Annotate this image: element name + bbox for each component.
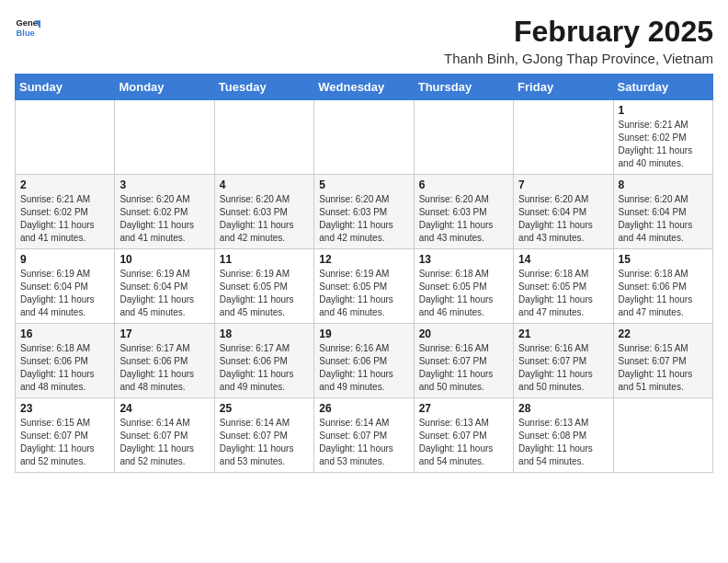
calendar-cell: 11Sunrise: 6:19 AM Sunset: 6:05 PM Dayli… (214, 249, 313, 324)
day-info: Sunrise: 6:19 AM Sunset: 6:05 PM Dayligh… (220, 268, 309, 319)
day-info: Sunrise: 6:20 AM Sunset: 6:03 PM Dayligh… (220, 193, 309, 245)
calendar-cell: 21Sunrise: 6:16 AM Sunset: 6:07 PM Dayli… (514, 324, 613, 398)
day-info: Sunrise: 6:18 AM Sunset: 6:06 PM Dayligh… (20, 342, 109, 394)
day-number: 18 (220, 327, 309, 340)
calendar-cell: 7Sunrise: 6:20 AM Sunset: 6:04 PM Daylig… (514, 175, 613, 249)
weekday-header-monday: Monday (115, 75, 214, 100)
day-number: 3 (119, 178, 209, 191)
calendar-cell: 2Sunrise: 6:21 AM Sunset: 6:02 PM Daylig… (16, 175, 115, 249)
calendar-cell (115, 100, 214, 175)
day-number: 24 (119, 402, 209, 415)
calendar-cell: 4Sunrise: 6:20 AM Sunset: 6:03 PM Daylig… (214, 175, 313, 249)
day-number: 7 (518, 178, 608, 191)
weekday-header-thursday: Thursday (414, 75, 513, 100)
day-info: Sunrise: 6:16 AM Sunset: 6:07 PM Dayligh… (419, 342, 508, 394)
calendar-cell: 5Sunrise: 6:20 AM Sunset: 6:03 PM Daylig… (314, 175, 414, 249)
day-number: 17 (119, 327, 209, 340)
day-info: Sunrise: 6:17 AM Sunset: 6:06 PM Dayligh… (119, 342, 209, 394)
day-info: Sunrise: 6:14 AM Sunset: 6:07 PM Dayligh… (319, 417, 408, 468)
day-info: Sunrise: 6:13 AM Sunset: 6:07 PM Dayligh… (419, 417, 508, 468)
calendar-cell: 28Sunrise: 6:13 AM Sunset: 6:08 PM Dayli… (514, 398, 613, 473)
calendar-cell: 26Sunrise: 6:14 AM Sunset: 6:07 PM Dayli… (314, 398, 414, 473)
day-info: Sunrise: 6:19 AM Sunset: 6:04 PM Dayligh… (119, 268, 209, 319)
calendar-cell: 18Sunrise: 6:17 AM Sunset: 6:06 PM Dayli… (214, 324, 313, 398)
calendar-cell: 8Sunrise: 6:20 AM Sunset: 6:04 PM Daylig… (613, 175, 712, 249)
day-number: 12 (319, 253, 408, 266)
day-info: Sunrise: 6:17 AM Sunset: 6:06 PM Dayligh… (220, 342, 309, 394)
calendar-cell: 19Sunrise: 6:16 AM Sunset: 6:06 PM Dayli… (314, 324, 414, 398)
calendar-title: February 2025 (444, 15, 713, 49)
calendar-cell (613, 398, 712, 473)
weekday-header-tuesday: Tuesday (214, 75, 313, 100)
calendar-cell: 23Sunrise: 6:15 AM Sunset: 6:07 PM Dayli… (16, 398, 115, 473)
day-number: 22 (619, 327, 708, 340)
day-info: Sunrise: 6:20 AM Sunset: 6:03 PM Dayligh… (419, 193, 508, 245)
day-number: 16 (20, 327, 109, 340)
day-info: Sunrise: 6:16 AM Sunset: 6:07 PM Dayligh… (518, 342, 608, 394)
week-row-4: 16Sunrise: 6:18 AM Sunset: 6:06 PM Dayli… (16, 324, 713, 398)
day-number: 23 (20, 402, 109, 415)
calendar-cell (16, 100, 115, 175)
day-number: 27 (419, 402, 508, 415)
day-number: 20 (419, 327, 508, 340)
calendar-cell: 17Sunrise: 6:17 AM Sunset: 6:06 PM Dayli… (115, 324, 214, 398)
calendar-cell (414, 100, 513, 175)
week-row-3: 9Sunrise: 6:19 AM Sunset: 6:04 PM Daylig… (16, 249, 713, 324)
day-info: Sunrise: 6:21 AM Sunset: 6:02 PM Dayligh… (20, 193, 109, 245)
day-number: 28 (518, 402, 608, 415)
day-info: Sunrise: 6:15 AM Sunset: 6:07 PM Dayligh… (619, 342, 708, 394)
day-number: 4 (220, 178, 309, 191)
calendar-cell: 13Sunrise: 6:18 AM Sunset: 6:05 PM Dayli… (414, 249, 513, 324)
logo-icon: General Blue (15, 15, 40, 40)
calendar-cell (214, 100, 313, 175)
day-number: 8 (619, 178, 708, 191)
day-number: 5 (319, 178, 408, 191)
day-info: Sunrise: 6:20 AM Sunset: 6:03 PM Dayligh… (319, 193, 408, 245)
day-number: 21 (518, 327, 608, 340)
day-info: Sunrise: 6:18 AM Sunset: 6:06 PM Dayligh… (619, 268, 708, 319)
day-number: 19 (319, 327, 408, 340)
day-number: 14 (518, 253, 608, 266)
day-number: 25 (220, 402, 309, 415)
day-number: 6 (419, 178, 508, 191)
day-info: Sunrise: 6:21 AM Sunset: 6:02 PM Dayligh… (619, 119, 708, 170)
calendar-cell: 15Sunrise: 6:18 AM Sunset: 6:06 PM Dayli… (613, 249, 712, 324)
calendar-cell: 14Sunrise: 6:18 AM Sunset: 6:05 PM Dayli… (514, 249, 613, 324)
calendar-cell: 9Sunrise: 6:19 AM Sunset: 6:04 PM Daylig… (16, 249, 115, 324)
day-number: 1 (619, 104, 708, 117)
calendar-cell: 20Sunrise: 6:16 AM Sunset: 6:07 PM Dayli… (414, 324, 513, 398)
day-info: Sunrise: 6:15 AM Sunset: 6:07 PM Dayligh… (20, 417, 109, 468)
page-header: General Blue February 2025 Thanh Binh, G… (15, 15, 713, 66)
calendar-cell: 24Sunrise: 6:14 AM Sunset: 6:07 PM Dayli… (115, 398, 214, 473)
week-row-5: 23Sunrise: 6:15 AM Sunset: 6:07 PM Dayli… (16, 398, 713, 473)
day-number: 15 (619, 253, 708, 266)
day-number: 10 (119, 253, 209, 266)
day-info: Sunrise: 6:14 AM Sunset: 6:07 PM Dayligh… (119, 417, 209, 468)
title-block: February 2025 Thanh Binh, GJong Thap Pro… (444, 15, 713, 66)
calendar-table: SundayMondayTuesdayWednesdayThursdayFrid… (15, 74, 713, 473)
calendar-cell: 27Sunrise: 6:13 AM Sunset: 6:07 PM Dayli… (414, 398, 513, 473)
day-number: 2 (20, 178, 109, 191)
day-info: Sunrise: 6:18 AM Sunset: 6:05 PM Dayligh… (518, 268, 608, 319)
day-number: 9 (20, 253, 109, 266)
day-info: Sunrise: 6:20 AM Sunset: 6:04 PM Dayligh… (619, 193, 708, 245)
day-info: Sunrise: 6:13 AM Sunset: 6:08 PM Dayligh… (518, 417, 608, 468)
day-info: Sunrise: 6:14 AM Sunset: 6:07 PM Dayligh… (220, 417, 309, 468)
day-info: Sunrise: 6:18 AM Sunset: 6:05 PM Dayligh… (419, 268, 508, 319)
calendar-cell: 25Sunrise: 6:14 AM Sunset: 6:07 PM Dayli… (214, 398, 313, 473)
day-number: 13 (419, 253, 508, 266)
day-number: 11 (220, 253, 309, 266)
day-info: Sunrise: 6:19 AM Sunset: 6:05 PM Dayligh… (319, 268, 408, 319)
calendar-cell: 3Sunrise: 6:20 AM Sunset: 6:02 PM Daylig… (115, 175, 214, 249)
calendar-cell (314, 100, 414, 175)
day-info: Sunrise: 6:19 AM Sunset: 6:04 PM Dayligh… (20, 268, 109, 319)
day-number: 26 (319, 402, 408, 415)
calendar-cell: 22Sunrise: 6:15 AM Sunset: 6:07 PM Dayli… (613, 324, 712, 398)
weekday-header-saturday: Saturday (613, 75, 712, 100)
weekday-header-wednesday: Wednesday (314, 75, 414, 100)
calendar-cell (514, 100, 613, 175)
calendar-cell: 1Sunrise: 6:21 AM Sunset: 6:02 PM Daylig… (613, 100, 712, 175)
logo: General Blue (15, 15, 40, 40)
calendar-cell: 6Sunrise: 6:20 AM Sunset: 6:03 PM Daylig… (414, 175, 513, 249)
calendar-cell: 10Sunrise: 6:19 AM Sunset: 6:04 PM Dayli… (115, 249, 214, 324)
